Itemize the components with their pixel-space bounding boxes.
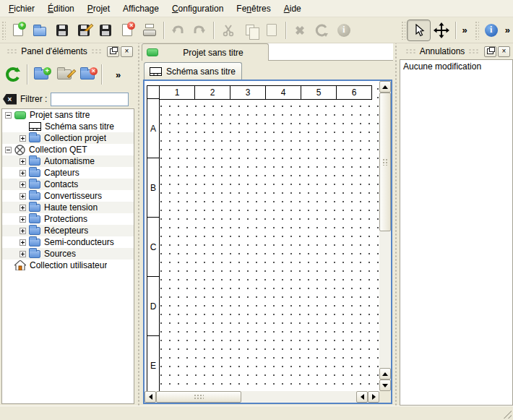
toolbar-overflow-button[interactable]: » (459, 25, 470, 35)
float-panel-button[interactable] (107, 46, 119, 57)
undo-button[interactable] (167, 20, 189, 41)
scroll-left-button-2[interactable] (356, 391, 368, 403)
tree-item-schema[interactable]: Schéma sans titre (2, 121, 134, 132)
expand-icon[interactable] (20, 170, 26, 176)
move-mode-button[interactable] (431, 20, 452, 41)
elements-panel-titlebar[interactable]: Panel d'éléments × (0, 43, 136, 59)
info-blue-icon: i (485, 24, 498, 37)
tree-item-sources[interactable]: Sources (2, 248, 134, 260)
reload-collections-button[interactable] (1, 63, 25, 86)
expand-icon[interactable] (20, 239, 26, 246)
folder-icon (29, 204, 40, 212)
panel-overflow-button[interactable]: » (113, 69, 124, 80)
toolbar-drag-handle[interactable] (475, 21, 479, 40)
menu-fenetres[interactable]: Fenêtres (230, 1, 277, 17)
tree-item-collection-utilisateur[interactable]: Collection utilisateur (2, 260, 134, 271)
expand-icon[interactable] (20, 228, 26, 234)
element-info-button[interactable]: i (333, 20, 355, 41)
scroll-left-button[interactable] (145, 391, 156, 403)
menu-edition[interactable]: Édition (41, 1, 81, 17)
tree-item-projet[interactable]: Projet sans titre (2, 109, 134, 121)
tree-item-automatisme[interactable]: Automatisme (2, 155, 134, 167)
menu-fichier[interactable]: Fichier (2, 1, 41, 17)
tree-item-collection-qet[interactable]: Collection QET (2, 144, 134, 155)
collapse-icon[interactable] (5, 112, 12, 119)
new-category-button[interactable]: + (30, 63, 53, 86)
tree-item-semi-conducteurs[interactable]: Semi-conducteurs (2, 236, 134, 248)
save-as-button[interactable] (73, 20, 95, 41)
schema-tab-bar: Schéma sans titre (142, 61, 393, 80)
undo-panel-titlebar[interactable]: Annulations × (399, 43, 513, 59)
menu-projet[interactable]: Projet (81, 1, 116, 17)
save-button[interactable] (51, 20, 72, 41)
expand-icon[interactable] (20, 158, 26, 165)
tab-schema[interactable]: Schéma sans titre (144, 62, 242, 80)
scroll-down-button[interactable] (379, 380, 391, 391)
expand-icon[interactable] (20, 193, 26, 200)
close-panel-button[interactable]: × (498, 46, 510, 57)
toolbar-separator (285, 22, 286, 39)
save-all-button[interactable] (95, 20, 116, 41)
delete-button[interactable] (289, 20, 311, 41)
scroll-right-button[interactable] (368, 391, 379, 403)
menu-affichage[interactable]: Affichage (116, 1, 165, 17)
redo-button[interactable] (189, 20, 210, 41)
undo-history-list[interactable]: Aucune modification (400, 59, 513, 406)
filter-input[interactable] (51, 93, 129, 106)
main-toolbar: + × (0, 17, 513, 43)
resize-grip[interactable] (502, 409, 512, 419)
tree-item-haute-tension[interactable]: Haute tension (2, 202, 134, 213)
right-splitter-handle[interactable] (393, 43, 399, 406)
clear-filter-icon[interactable]: × (3, 94, 17, 105)
undo-list-item[interactable]: Aucune modification (402, 61, 511, 72)
close-document-button[interactable]: × (116, 20, 138, 41)
rotate-button[interactable] (311, 20, 332, 41)
paste-button[interactable] (261, 20, 283, 41)
new-document-button[interactable]: + (7, 20, 29, 41)
toolbar-drag-handle[interactable] (1, 21, 6, 40)
cut-button[interactable] (217, 20, 238, 41)
open-button[interactable] (29, 20, 51, 41)
status-bar (0, 406, 513, 420)
copy-button[interactable] (239, 20, 261, 41)
menu-aide[interactable]: Aide (277, 1, 308, 17)
close-panel-button[interactable]: × (121, 46, 133, 57)
toolbar-overflow-button[interactable]: » (502, 25, 513, 35)
tree-item-collection-projet[interactable]: Collection projet (2, 132, 134, 144)
row-header-cell: C (147, 217, 160, 277)
select-mode-button[interactable] (407, 20, 431, 41)
folder-icon (29, 215, 40, 223)
edit-category-button[interactable] (53, 63, 76, 86)
expand-icon[interactable] (20, 181, 26, 188)
elements-panel-dock: Panel d'éléments × + × » (0, 43, 136, 406)
redo-icon (192, 24, 207, 37)
float-panel-button[interactable] (484, 46, 496, 57)
tree-item-convertisseurs[interactable]: Convertisseurs (2, 190, 134, 202)
vertical-scrollbar[interactable] (379, 81, 391, 391)
menu-configuration[interactable]: Configuration (165, 1, 230, 17)
folder-icon (29, 158, 40, 166)
expand-icon[interactable] (20, 135, 26, 142)
paste-icon (267, 24, 277, 36)
scroll-up-button-2[interactable] (379, 368, 391, 380)
schema-canvas[interactable]: 1 2 3 4 5 6 A B C D E (145, 81, 379, 391)
scroll-up-button[interactable] (379, 81, 391, 93)
left-splitter-handle[interactable] (136, 43, 142, 406)
about-info-button[interactable]: i (480, 20, 502, 41)
tree-item-capteurs[interactable]: Capteurs (2, 167, 134, 179)
delete-category-button[interactable]: × (76, 63, 99, 86)
horizontal-scrollbar[interactable] (145, 391, 379, 403)
print-button[interactable] (139, 20, 160, 41)
collapse-icon[interactable] (5, 147, 12, 153)
expand-icon[interactable] (20, 216, 26, 223)
toolbar-drag-handle[interactable] (401, 21, 405, 40)
horizontal-scroll-thumb[interactable] (156, 391, 241, 403)
tree-item-contacts[interactable]: Contacts (2, 179, 134, 190)
tree-item-recepteurs[interactable]: Récepteurs (2, 225, 134, 236)
vertical-scroll-thumb[interactable] (379, 93, 391, 231)
expand-icon[interactable] (20, 205, 26, 211)
expand-icon[interactable] (20, 251, 26, 257)
scrollbar-corner (379, 391, 391, 403)
tab-project[interactable]: Projet sans titre (142, 43, 269, 61)
tree-item-protections[interactable]: Protections (2, 213, 134, 225)
